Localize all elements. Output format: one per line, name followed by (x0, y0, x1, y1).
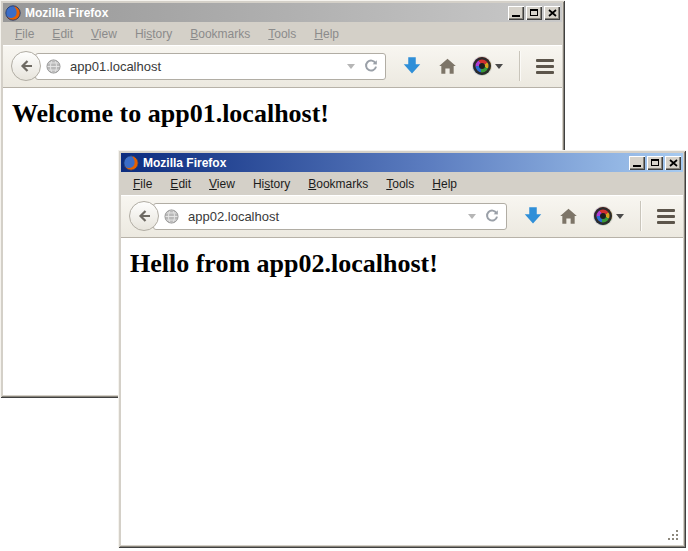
app-menu-button[interactable] (657, 209, 675, 224)
hamburger-icon (657, 209, 675, 224)
home-button[interactable] (559, 207, 578, 226)
navigation-toolbar (121, 195, 683, 238)
color-wheel-icon (473, 57, 491, 75)
chevron-down-icon (495, 64, 503, 69)
menu-edit[interactable]: Edit (43, 24, 82, 44)
window-title: Mozilla Firefox (143, 156, 627, 170)
urlbar-dropdown-icon[interactable] (347, 64, 355, 69)
minimize-icon (633, 165, 641, 167)
menu-bookmarks[interactable]: Bookmarks (181, 24, 259, 44)
close-icon (548, 9, 557, 17)
back-icon (136, 208, 152, 224)
home-icon (438, 57, 457, 76)
maximize-button[interactable] (526, 6, 542, 20)
menu-edit[interactable]: Edit (161, 174, 200, 194)
toolbar-separator (519, 51, 520, 81)
home-icon (559, 207, 578, 226)
url-input[interactable] (68, 58, 343, 75)
downloads-button[interactable] (523, 206, 543, 226)
download-icon (402, 56, 422, 76)
menu-bar: File Edit View History Bookmarks Tools H… (3, 22, 562, 45)
firefox-window-app02: Mozilla Firefox File Edit View History B… (118, 150, 686, 548)
download-icon (523, 206, 543, 226)
back-icon (18, 58, 34, 74)
firefox-icon (5, 5, 21, 21)
downloads-button[interactable] (402, 56, 422, 76)
chevron-down-icon (616, 214, 624, 219)
menu-help[interactable]: Help (423, 174, 466, 194)
menu-bookmarks[interactable]: Bookmarks (299, 174, 377, 194)
title-bar[interactable]: Mozilla Firefox (121, 153, 683, 172)
minimize-button[interactable] (508, 6, 524, 20)
close-button[interactable] (544, 6, 560, 20)
globe-icon (46, 59, 61, 74)
navigation-toolbar (3, 45, 562, 88)
page-content-app02: Hello from app02.localhost! (121, 238, 683, 545)
menu-history[interactable]: History (126, 24, 181, 44)
close-button[interactable] (665, 156, 681, 170)
color-wheel-icon (594, 207, 612, 225)
url-input[interactable] (186, 208, 464, 225)
menu-view[interactable]: View (200, 174, 244, 194)
menu-history[interactable]: History (244, 174, 299, 194)
maximize-icon (651, 159, 659, 166)
reload-icon[interactable] (363, 58, 379, 74)
page-heading: Welcome to app01.localhost! (12, 99, 562, 129)
color-wheel-extension-button[interactable] (594, 207, 624, 225)
close-icon (669, 159, 678, 167)
color-wheel-extension-button[interactable] (473, 57, 503, 75)
menu-bar: File Edit View History Bookmarks Tools H… (121, 172, 683, 195)
url-bar[interactable] (35, 53, 386, 80)
menu-file[interactable]: File (124, 174, 161, 194)
title-bar[interactable]: Mozilla Firefox (3, 3, 562, 22)
maximize-icon (530, 9, 538, 16)
minimize-icon (512, 15, 520, 17)
minimize-button[interactable] (629, 156, 645, 170)
url-bar[interactable] (153, 203, 507, 230)
app-menu-button[interactable] (536, 59, 554, 74)
page-heading: Hello from app02.localhost! (130, 249, 683, 279)
toolbar-separator (640, 201, 641, 231)
resize-grip[interactable] (666, 528, 680, 542)
firefox-icon (123, 155, 139, 171)
globe-icon (164, 209, 179, 224)
back-button[interactable] (129, 201, 159, 231)
menu-tools[interactable]: Tools (377, 174, 423, 194)
menu-file[interactable]: File (6, 24, 43, 44)
maximize-button[interactable] (647, 156, 663, 170)
urlbar-dropdown-icon[interactable] (468, 214, 476, 219)
window-title: Mozilla Firefox (25, 6, 506, 20)
menu-tools[interactable]: Tools (259, 24, 305, 44)
home-button[interactable] (438, 57, 457, 76)
menu-view[interactable]: View (82, 24, 126, 44)
back-button[interactable] (11, 51, 41, 81)
desktop: Mozilla Firefox File Edit View History B… (0, 0, 688, 551)
hamburger-icon (536, 59, 554, 74)
reload-icon[interactable] (484, 208, 500, 224)
menu-help[interactable]: Help (305, 24, 348, 44)
